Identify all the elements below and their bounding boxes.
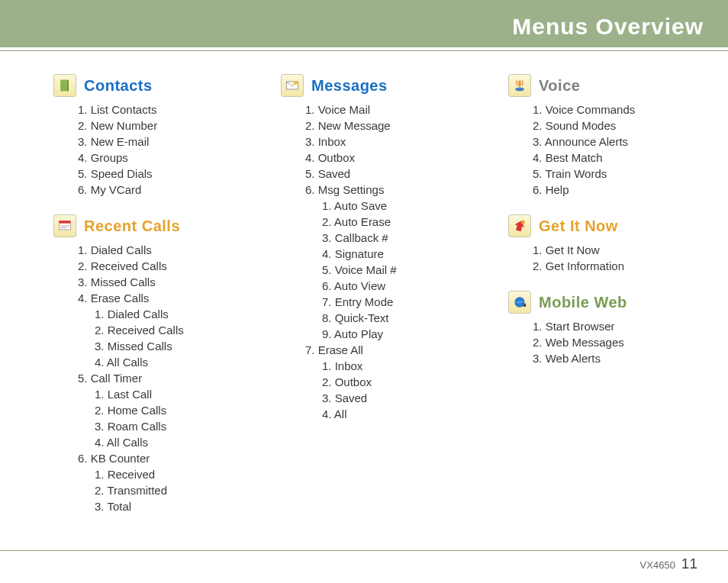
list-item: 4. Signature (322, 246, 455, 262)
recent-calls-list: 1. Dialed Calls2. Received Calls3. Misse… (78, 242, 227, 514)
voice-list: 1. Voice Commands2. Sound Modes3. Announ… (533, 101, 682, 198)
sub-list: 1. Last Call2. Home Calls3. Roam Calls4.… (95, 386, 227, 450)
section-recent-calls: Recent Calls 1. Dialed Calls2. Received … (53, 214, 227, 514)
list-item: 4. Outbox (305, 150, 455, 166)
list-item: 5. Speed Dials (78, 166, 227, 182)
list-item: 3. Callback # (322, 230, 455, 246)
messages-list: 1. Voice Mail2. New Message3. Inbox4. Ou… (305, 101, 455, 422)
list-item: 3. Missed Calls (95, 338, 227, 354)
list-item: 1. Auto Save (322, 198, 455, 214)
svg-point-8 (515, 88, 524, 92)
list-item: 2. Received Calls (78, 258, 227, 274)
svg-rect-3 (60, 221, 71, 223)
list-item: 7. Erase All (305, 342, 455, 358)
section-get-it-now: Get It Now 1. Get It Now2. Get Informati… (508, 214, 682, 274)
sub-list: 1. Inbox2. Outbox3. Saved4. All (322, 358, 455, 422)
list-item: 4. All Calls (95, 434, 227, 450)
list-item: 6. KB Counter (78, 450, 227, 466)
svg-rect-1 (67, 80, 69, 92)
section-title-recent-calls: Recent Calls (84, 217, 180, 235)
list-item: 1. Inbox (322, 358, 455, 374)
mobile-web-list: 1. Start Browser2. Web Messages3. Web Al… (533, 318, 682, 366)
recent-calls-icon (53, 214, 76, 237)
list-item: 2. Get Information (533, 258, 682, 274)
list-item: 1. Get It Now (533, 242, 682, 258)
list-item: 1. Start Browser (533, 318, 682, 334)
svg-point-7 (294, 81, 298, 85)
sub-list: 1. Auto Save2. Auto Erase3. Callback #4.… (322, 198, 455, 342)
list-item: 3. Announce Alerts (533, 134, 682, 150)
list-item: 6. Msg Settings (305, 182, 455, 198)
list-item: 1. Voice Mail (305, 101, 455, 118)
divider-bottom (0, 550, 728, 551)
svg-rect-0 (60, 80, 66, 92)
list-item: 1. Last Call (95, 386, 227, 402)
list-item: 1. Voice Commands (533, 101, 682, 118)
list-item: 7. Entry Mode (322, 294, 455, 310)
section-title-voice: Voice (539, 77, 580, 95)
list-item: 5. Train Words (533, 166, 682, 182)
list-item: 2. New Message (305, 118, 455, 134)
list-item: 1. List Contacts (78, 101, 227, 118)
list-item: 2. Sound Modes (533, 118, 682, 134)
list-item: 2. Transmitted (95, 482, 227, 498)
column-2: Messages 1. Voice Mail2. New Message3. I… (281, 74, 455, 531)
list-item: 5. Saved (305, 166, 455, 182)
section-title-contacts: Contacts (84, 77, 153, 95)
list-item: 5. Voice Mail # (322, 262, 455, 278)
list-item: 4. All (322, 406, 455, 422)
mobile-web-icon (508, 291, 531, 314)
get-it-now-icon (508, 214, 531, 237)
get-it-now-list: 1. Get It Now2. Get Information (533, 242, 682, 274)
list-item: 3. Missed Calls (78, 274, 227, 290)
list-item: 5. Call Timer (78, 370, 227, 386)
list-item: 2. Received Calls (95, 322, 227, 338)
section-title-mobile-web: Mobile Web (539, 294, 627, 311)
list-item: 4. All Calls (95, 354, 227, 370)
list-item: 3. Roam Calls (95, 418, 227, 434)
list-item: 9. Auto Play (322, 326, 455, 342)
section-messages: Messages 1. Voice Mail2. New Message3. I… (281, 74, 455, 422)
list-item: 4. Groups (78, 150, 227, 166)
section-title-messages: Messages (311, 77, 388, 95)
column-3: Voice 1. Voice Commands2. Sound Modes3. … (508, 74, 682, 531)
header-band: Menus Overview (0, 0, 728, 47)
list-item: 3. Total (95, 498, 227, 514)
list-item: 8. Quick-Text (322, 310, 455, 326)
content-grid: Contacts 1. List Contacts2. New Number3.… (0, 51, 728, 539)
section-title-get-it-now: Get It Now (539, 217, 618, 235)
section-mobile-web: Mobile Web 1. Start Browser2. Web Messag… (508, 291, 682, 366)
section-voice: Voice 1. Voice Commands2. Sound Modes3. … (508, 74, 682, 198)
column-1: Contacts 1. List Contacts2. New Number3.… (53, 74, 227, 531)
list-item: 6. My VCard (78, 182, 227, 198)
page-title: Menus Overview (512, 14, 704, 40)
section-contacts: Contacts 1. List Contacts2. New Number3.… (53, 74, 227, 198)
list-item: 4. Erase Calls (78, 290, 227, 306)
contacts-list: 1. List Contacts2. New Number3. New E-ma… (78, 101, 227, 198)
list-item: 3. Web Alerts (533, 350, 682, 366)
list-item: 6. Help (533, 182, 682, 198)
footer: VX4650 11 (640, 556, 697, 572)
voice-icon (508, 74, 531, 97)
list-item: 1. Dialed Calls (95, 306, 227, 322)
svg-point-10 (521, 221, 525, 224)
list-item: 4. Best Match (533, 150, 682, 166)
list-item: 2. New Number (78, 118, 227, 134)
contacts-icon (53, 74, 76, 97)
list-item: 2. Web Messages (533, 334, 682, 350)
list-item: 6. Auto View (322, 278, 455, 294)
list-item: 2. Outbox (322, 374, 455, 390)
list-item: 3. Inbox (305, 134, 455, 150)
page-number: 11 (681, 556, 697, 572)
list-item: 1. Received (95, 466, 227, 482)
list-item: 1. Dialed Calls (78, 242, 227, 258)
list-item: 3. Saved (322, 390, 455, 406)
messages-icon (281, 74, 304, 97)
list-item: 2. Home Calls (95, 402, 227, 418)
sub-list: 1. Dialed Calls2. Received Calls3. Misse… (95, 306, 227, 370)
list-item: 3. New E-mail (78, 134, 227, 150)
model-label: VX4650 (640, 559, 675, 571)
svg-rect-9 (518, 80, 520, 86)
sub-list: 1. Received2. Transmitted3. Total (95, 466, 227, 514)
list-item: 2. Auto Erase (322, 214, 455, 230)
